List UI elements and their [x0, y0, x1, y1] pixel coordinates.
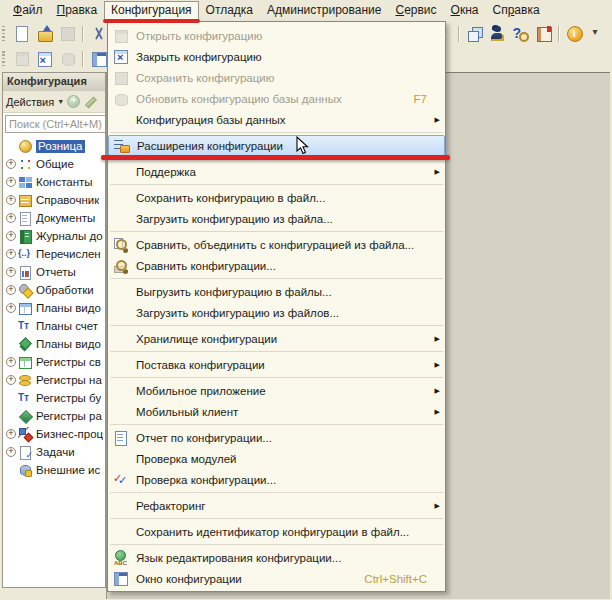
edit-language-icon [113, 550, 129, 566]
menu-item-label: Поставка конфигурации [136, 359, 435, 371]
tree-item-17[interactable]: Задачи [3, 443, 105, 461]
tree-item-6[interactable]: Перечислен [3, 245, 105, 263]
new-document-icon [13, 25, 31, 43]
chartypes-icon [18, 301, 33, 316]
menu-item-21[interactable]: Поставка конфигурации▶ [108, 354, 445, 375]
menu-item-10[interactable]: Сохранить конфигурацию в файл... [108, 187, 445, 208]
acctreg-icon [18, 391, 33, 406]
expand-plus-icon[interactable] [6, 231, 16, 241]
menubar-item-5[interactable]: Сервис [388, 1, 443, 20]
reports-icon [18, 265, 33, 280]
expand-plus-icon[interactable] [6, 267, 16, 277]
menu-item-30[interactable]: Рефакторинг▶ [108, 495, 445, 516]
expand-plus-icon[interactable] [6, 195, 16, 205]
search-input[interactable] [5, 115, 106, 133]
menu-item-4[interactable]: Конфигурация базы данных▶ [108, 109, 445, 130]
tree-item-10[interactable]: Планы счет [3, 317, 105, 335]
menu-item-17[interactable]: Загрузить конфигурацию из файлов... [108, 302, 445, 323]
toolbar-standard-left [10, 23, 110, 44]
menubar-item-7[interactable]: Справка [485, 1, 546, 20]
menubar-item-3[interactable]: Отладка [199, 1, 260, 20]
tree-item-18[interactable]: Внешние ис [3, 461, 105, 479]
expand-plus-icon[interactable] [6, 375, 16, 385]
expand-plus-icon[interactable] [6, 285, 16, 295]
menu-item-1[interactable]: Закрыть конфигурацию [108, 46, 445, 67]
add-icon[interactable] [67, 95, 80, 108]
menu-item-35[interactable]: Окно конфигурацииCtrl+Shift+C [108, 568, 445, 589]
new-document-button[interactable] [11, 23, 32, 44]
tree-item-1[interactable]: Общие [3, 155, 105, 173]
help-contents-button[interactable] [533, 23, 554, 44]
expand-plus-icon[interactable] [6, 249, 16, 259]
close-configuration-button[interactable] [34, 49, 55, 70]
expand-spacer [6, 141, 16, 151]
tree-item-12[interactable]: Регистры св [3, 353, 105, 371]
menubar-item-6[interactable]: Окна [444, 1, 486, 20]
menu-separator [110, 132, 443, 133]
tree-item-11[interactable]: Планы видо [3, 335, 105, 353]
menu-item-label: Закрыть конфигурацию [136, 51, 443, 63]
configuration-window-button[interactable] [88, 49, 109, 70]
expand-plus-icon[interactable] [6, 357, 16, 367]
syntax-assistant-button[interactable] [487, 23, 508, 44]
close-configuration-icon [113, 49, 129, 65]
copy-windows-button[interactable] [464, 23, 485, 44]
expand-plus-icon[interactable] [6, 213, 16, 223]
menubar-item-2[interactable]: Конфигурация [104, 1, 199, 20]
toolbar-grip[interactable] [2, 51, 5, 67]
tree-item-4[interactable]: Документы [3, 209, 105, 227]
menu-item-6[interactable]: Расширения конфигурации [108, 135, 445, 156]
menu-separator [110, 424, 443, 425]
expand-plus-icon[interactable] [6, 303, 16, 313]
menu-item-28[interactable]: Проверка конфигурации... [108, 469, 445, 490]
menu-item-14[interactable]: Сравнить конфигурации... [108, 255, 445, 276]
expand-plus-icon[interactable] [6, 429, 16, 439]
actions-button[interactable]: Действия ▼ [6, 96, 64, 108]
tree-item-5[interactable]: Журналы до [3, 227, 105, 245]
menu-item-26[interactable]: Отчет по конфигурации... [108, 427, 445, 448]
menu-item-32[interactable]: Сохранить идентификатор конфигурации в ф… [108, 521, 445, 542]
menubar-item-1[interactable]: Правка [50, 1, 105, 20]
tree-item-13[interactable]: Регистры на [3, 371, 105, 389]
help-index-button[interactable] [510, 23, 531, 44]
menubar-item-4[interactable]: Администрирование [260, 1, 388, 20]
menu-item-23[interactable]: Мобильное приложение▶ [108, 380, 445, 401]
tree-item-16[interactable]: Бизнес-проц [3, 425, 105, 443]
open-file-button[interactable] [34, 23, 55, 44]
tree-item-label: Регистры на [36, 374, 102, 386]
menubar-item-0[interactable]: Файл [6, 1, 50, 20]
menu-shortcut: F7 [414, 93, 427, 105]
edit-pencil-icon[interactable] [83, 95, 96, 108]
tree-item-2[interactable]: Константы [3, 173, 105, 191]
tree-item-3[interactable]: Справочник [3, 191, 105, 209]
menu-item-27[interactable]: Проверка модулей [108, 448, 445, 469]
menu-item-19[interactable]: Хранилище конфигурации▶ [108, 328, 445, 349]
tree-item-8[interactable]: Обработки [3, 281, 105, 299]
menu-icon-spacer [113, 164, 129, 180]
menu-item-11[interactable]: Загрузить конфигурацию из файла... [108, 208, 445, 229]
tree-item-15[interactable]: Регистры ра [3, 407, 105, 425]
tree-item-7[interactable]: Отчеты [3, 263, 105, 281]
toolbar-options-button[interactable] [587, 23, 608, 44]
expand-plus-icon[interactable] [6, 177, 16, 187]
submenu-arrow-icon: ▶ [435, 387, 440, 395]
expand-spacer [6, 465, 16, 475]
cut-button[interactable] [88, 23, 109, 44]
menu-item-24[interactable]: Мобильный клиент▶ [108, 401, 445, 422]
menu-item-34[interactable]: Язык редактирования конфигурации... [108, 547, 445, 568]
config-window-icon [113, 571, 129, 587]
tree-item-0[interactable]: Розница [3, 137, 105, 155]
menu-icon-spacer [113, 305, 129, 321]
expand-plus-icon[interactable] [6, 159, 16, 169]
tree-item-label: Константы [36, 176, 93, 188]
menu-item-8[interactable]: Поддержка▶ [108, 161, 445, 182]
tree-item-14[interactable]: Регистры бу [3, 389, 105, 407]
tasks-icon [18, 445, 33, 460]
about-button[interactable] [564, 23, 585, 44]
tree-item-9[interactable]: Планы видо [3, 299, 105, 317]
menu-item-16[interactable]: Выгрузить конфигурацию в файлы... [108, 281, 445, 302]
toolbar-grip[interactable] [2, 26, 5, 42]
menu-item-13[interactable]: Сравнить, объединить с конфигурацией из … [108, 234, 445, 255]
expand-plus-icon[interactable] [6, 447, 16, 457]
open-configuration-icon [13, 50, 31, 68]
